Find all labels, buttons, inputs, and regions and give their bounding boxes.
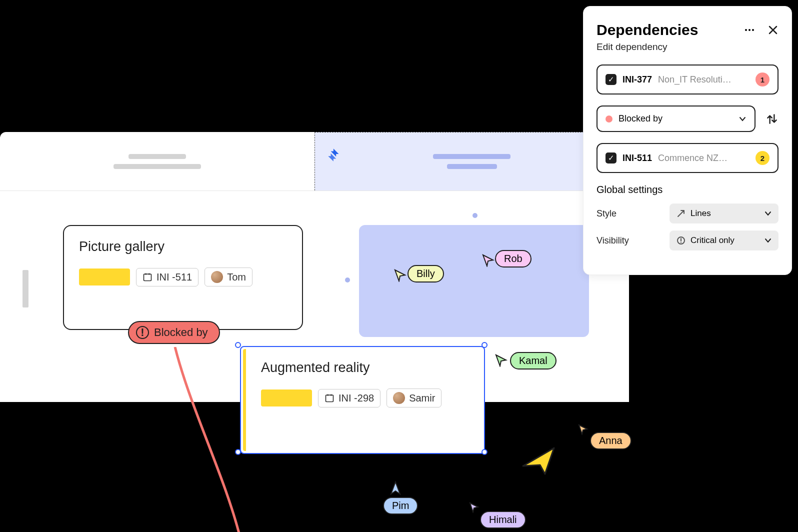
collaborator-cursor-anna: Anna xyxy=(590,432,632,450)
selection-handle[interactable] xyxy=(235,449,241,455)
count-badge: 1 xyxy=(756,72,770,86)
visibility-value: Critical only xyxy=(690,236,734,246)
close-icon xyxy=(768,24,778,36)
card-color-bar xyxy=(243,349,246,451)
column-header-left xyxy=(0,132,314,190)
scrollbar-thumb[interactable] xyxy=(22,270,28,308)
swap-icon xyxy=(766,112,778,126)
svg-rect-0 xyxy=(144,274,152,280)
collaborator-cursor-billy: Billy xyxy=(408,265,444,282)
cursor-pointer-icon xyxy=(390,481,401,496)
avatar-icon xyxy=(211,271,223,283)
panel-title: Dependencies xyxy=(596,22,698,38)
cursor-pointer-icon xyxy=(495,354,508,367)
drop-zone[interactable] xyxy=(359,225,589,337)
panel-subtitle: Edit dependency xyxy=(596,42,778,52)
style-label: Style xyxy=(596,208,616,219)
collaborator-cursor-kamal: Kamal xyxy=(510,352,556,370)
blocked-by-badge[interactable]: ! Blocked by xyxy=(128,321,220,344)
cursor-pointer-icon xyxy=(469,502,480,513)
style-value: Lines xyxy=(690,208,711,218)
card-augmented-reality[interactable]: Augmented reality INI -298 Samir xyxy=(240,346,485,454)
svg-rect-1 xyxy=(326,395,334,402)
card-picture-gallery[interactable]: Picture gallery INI -511 Tom xyxy=(63,225,303,330)
calendar-icon xyxy=(324,393,334,403)
chevron-down-icon xyxy=(764,237,772,244)
collaborator-cursor-rob: Rob xyxy=(495,250,532,268)
dependencies-panel: Dependencies Edit dependency ✓ INI-377 N… xyxy=(583,6,792,275)
skeleton-line xyxy=(447,164,497,169)
selection-handle[interactable] xyxy=(235,342,241,348)
skeleton-line xyxy=(433,154,510,159)
checkbox-icon[interactable]: ✓ xyxy=(606,152,616,164)
blocked-by-label: Blocked by xyxy=(154,326,208,339)
dependency-name: Non_IT Resoluti… xyxy=(658,74,750,85)
collaborator-cursor-pim: Pim xyxy=(383,497,418,514)
yellow-cursor-icon xyxy=(520,445,555,475)
visibility-select[interactable]: Critical only xyxy=(670,230,778,250)
assignee-chip[interactable]: Samir xyxy=(386,388,442,408)
card-accent xyxy=(79,268,130,286)
svg-point-3 xyxy=(748,29,750,31)
ticket-chip[interactable]: INI -298 xyxy=(318,389,380,408)
column-header-right xyxy=(314,132,629,190)
style-select[interactable]: Lines xyxy=(670,204,778,224)
svg-point-4 xyxy=(752,29,754,31)
skeleton-line xyxy=(114,164,201,169)
dots-icon xyxy=(744,24,756,36)
dependency-name: Commence NZ… xyxy=(658,153,750,164)
ticket-id: INI -511 xyxy=(156,272,192,283)
count-badge: 2 xyxy=(756,151,770,165)
visibility-label: Visibility xyxy=(596,236,629,246)
skeleton-line xyxy=(128,154,186,159)
ticket-chip[interactable]: INI -511 xyxy=(136,268,198,286)
selection-handle[interactable] xyxy=(482,342,488,348)
anchor-dot xyxy=(345,278,350,282)
assignee-name: Tom xyxy=(227,272,246,283)
status-dot-icon xyxy=(606,116,612,122)
canvas-header xyxy=(0,132,629,191)
dependency-id: INI-511 xyxy=(622,153,652,164)
assignee-name: Samir xyxy=(409,392,435,404)
cursor-pointer-icon xyxy=(394,269,407,282)
svg-point-2 xyxy=(745,29,747,31)
cursor-pointer-icon xyxy=(578,424,589,435)
calendar-icon xyxy=(142,272,152,282)
selection-handle[interactable] xyxy=(482,449,488,455)
relation-label: Blocked by xyxy=(618,114,662,124)
chevron-down-icon xyxy=(764,210,772,217)
card-title: Augmented reality xyxy=(261,360,469,376)
global-settings-heading: Global settings xyxy=(596,184,778,196)
anchor-dot xyxy=(472,213,478,218)
dependency-item-2[interactable]: ✓ INI-511 Commence NZ… 2 xyxy=(596,143,778,173)
collaborator-cursor-himali: Himali xyxy=(480,511,526,528)
svg-point-6 xyxy=(680,242,682,243)
checkbox-icon[interactable]: ✓ xyxy=(606,74,616,85)
swap-direction-button[interactable] xyxy=(766,112,778,126)
avatar-icon xyxy=(393,392,405,404)
cursor-pointer-icon xyxy=(482,254,495,267)
alert-circle-icon xyxy=(676,236,686,245)
relation-select[interactable]: Blocked by xyxy=(596,106,756,132)
ticket-id: INI -298 xyxy=(338,392,374,404)
more-menu-button[interactable] xyxy=(744,24,756,36)
arrow-icon xyxy=(676,209,686,218)
alert-icon: ! xyxy=(136,326,149,339)
chevron-down-icon xyxy=(738,115,746,123)
dependency-id: INI-377 xyxy=(622,74,652,85)
jira-icon xyxy=(326,146,343,166)
dependency-item-1[interactable]: ✓ INI-377 Non_IT Resoluti… 1 xyxy=(596,64,778,94)
close-button[interactable] xyxy=(768,24,778,36)
assignee-chip[interactable]: Tom xyxy=(204,268,252,286)
card-accent xyxy=(261,390,312,406)
card-title: Picture gallery xyxy=(79,239,287,254)
